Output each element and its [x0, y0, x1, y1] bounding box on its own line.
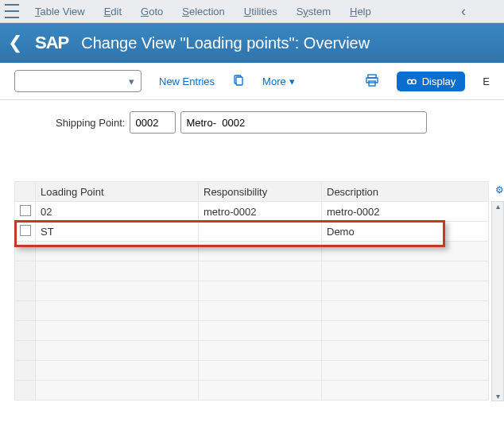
page-title: Change View "Loading points": Overview [81, 34, 370, 52]
svg-rect-6 [366, 78, 378, 83]
svg-rect-4 [236, 77, 242, 85]
shipping-point-row: Shipping Point: [14, 111, 490, 134]
glasses-icon [406, 75, 417, 87]
col-loading-point[interactable]: Loading Point [36, 182, 199, 202]
more-label: More [262, 75, 286, 87]
display-button[interactable]: Display [397, 72, 466, 91]
new-entries-button[interactable]: New Entries [159, 75, 215, 87]
scroll-up-icon[interactable]: ▴ [496, 202, 500, 211]
menu-edit[interactable]: Edit [96, 6, 130, 17]
table-scrollbar[interactable]: ▴ ▾ [491, 201, 504, 401]
table-container: ⚙ Loading Point Responsibility Descripti… [14, 181, 490, 401]
table-settings-icon[interactable]: ⚙ [495, 184, 504, 196]
col-select [15, 182, 36, 202]
shipping-point-label: Shipping Point: [56, 117, 125, 129]
cell-loading-point[interactable]: 02 [36, 202, 199, 222]
more-dropdown[interactable]: More ▾ [262, 75, 295, 87]
col-responsibility[interactable]: Responsibility [199, 182, 322, 202]
copy-icon[interactable] [232, 74, 245, 89]
table-row[interactable]: ST Demo [15, 222, 489, 242]
row-checkbox[interactable] [15, 222, 36, 242]
shipping-point-code-input[interactable] [130, 111, 176, 134]
history-back-icon[interactable] [461, 3, 466, 20]
table-row[interactable]: 02 metro-0002 metro-0002 [15, 202, 489, 222]
print-icon[interactable] [365, 73, 379, 90]
view-select[interactable]: ▾ [14, 70, 142, 92]
overflow-letter: E [483, 75, 490, 87]
toolbar: ▾ New Entries More ▾ Display E [0, 63, 504, 100]
table-row-empty [15, 242, 489, 261]
back-icon[interactable]: ❮ [8, 33, 22, 53]
menu-utilities[interactable]: Utilities [236, 6, 285, 17]
table-row-empty [15, 281, 489, 301]
titlebar: ❮ SAP Change View "Loading points": Over… [0, 23, 504, 63]
sap-logo: SAP [35, 33, 68, 53]
row-checkbox[interactable] [15, 202, 36, 222]
table-row-empty [15, 381, 489, 401]
scroll-down-icon[interactable]: ▾ [496, 392, 500, 401]
table-header-row: Loading Point Responsibility Description [15, 182, 489, 202]
table-row-empty [15, 341, 489, 361]
col-description[interactable]: Description [322, 182, 489, 202]
cell-description[interactable]: metro-0002 [322, 202, 489, 222]
menu-selection[interactable]: Selection [174, 6, 232, 17]
menu-table-view[interactable]: Table View [27, 6, 93, 17]
menu-icon[interactable] [5, 2, 19, 20]
chevron-down-icon: ▾ [129, 75, 134, 87]
menu-help[interactable]: Help [342, 6, 379, 17]
menu-system[interactable]: System [289, 6, 339, 17]
svg-point-8 [407, 79, 411, 83]
table-row-empty [15, 301, 489, 321]
svg-point-9 [412, 79, 416, 83]
chevron-down-icon: ▾ [289, 75, 295, 87]
svg-rect-7 [369, 81, 375, 86]
cell-description[interactable]: Demo [322, 222, 489, 242]
loading-points-table: Loading Point Responsibility Description… [14, 181, 489, 401]
table-row-empty [15, 261, 489, 281]
cell-responsibility[interactable]: metro-0002 [199, 202, 322, 222]
display-label: Display [422, 75, 456, 87]
content-area: Shipping Point: ⚙ Loading Point Responsi… [0, 100, 504, 401]
cell-loading-point[interactable]: ST [36, 222, 199, 242]
table-row-empty [15, 361, 489, 381]
table-row-empty [15, 321, 489, 341]
menu-goto[interactable]: Goto [133, 6, 171, 17]
cell-responsibility[interactable] [199, 222, 322, 242]
menubar: Table View Edit Goto Selection Utilities… [0, 0, 504, 23]
shipping-point-desc-input[interactable] [180, 111, 427, 134]
